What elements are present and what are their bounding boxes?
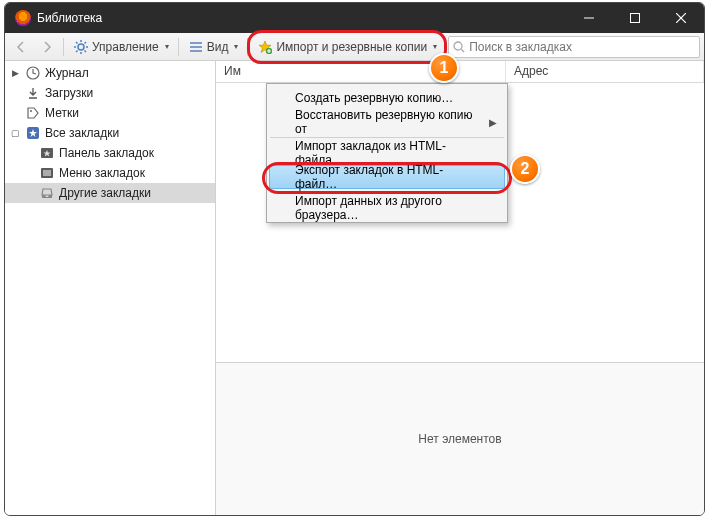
sidebar: ▶Журнал Загрузки Метки ▢Все закладки Пан…	[5, 61, 216, 515]
menu-separator	[270, 192, 504, 193]
chevron-down-icon: ▾	[165, 42, 169, 51]
window-title: Библиотека	[37, 11, 102, 25]
sidebar-item-downloads[interactable]: Загрузки	[5, 83, 215, 103]
sidebar-item-label: Журнал	[45, 66, 89, 80]
list-icon	[188, 39, 204, 55]
sidebar-item-toolbar-bookmarks[interactable]: Панель закладок	[5, 143, 215, 163]
menu-item-export-html[interactable]: Экспорт закладок в HTML-файл…	[269, 165, 505, 189]
expand-icon[interactable]: ▶	[9, 68, 21, 78]
svg-line-9	[76, 42, 78, 44]
column-name[interactable]: Им	[216, 61, 506, 82]
sidebar-item-other-bookmarks[interactable]: Другие закладки	[5, 183, 215, 203]
submenu-arrow-icon: ▶	[489, 117, 497, 128]
sidebar-item-label: Другие закладки	[59, 186, 151, 200]
svg-line-12	[76, 50, 78, 52]
toolbar: Управление▾ Вид▾ Импорт и резервные копи…	[5, 33, 704, 61]
back-button[interactable]	[9, 36, 33, 58]
menu-bookmarks-icon	[39, 165, 55, 181]
view-label: Вид	[207, 40, 229, 54]
view-button[interactable]: Вид▾	[183, 36, 244, 58]
svg-rect-1	[631, 14, 640, 23]
svg-line-10	[85, 50, 87, 52]
svg-point-4	[78, 44, 84, 50]
chevron-down-icon: ▾	[433, 42, 437, 51]
empty-label: Нет элементов	[418, 432, 501, 446]
gear-icon	[73, 39, 89, 55]
sidebar-item-label: Загрузки	[45, 86, 93, 100]
sidebar-item-label: Меню закладок	[59, 166, 145, 180]
column-address[interactable]: Адрес	[506, 61, 704, 82]
import-backup-button[interactable]: Импорт и резервные копии▾	[252, 36, 442, 58]
manage-button[interactable]: Управление▾	[68, 36, 174, 58]
sidebar-item-history[interactable]: ▶Журнал	[5, 63, 215, 83]
manage-label: Управление	[92, 40, 159, 54]
download-icon	[25, 85, 41, 101]
search-field[interactable]	[448, 36, 700, 58]
import-backup-menu: Создать резервную копию… Восстановить ре…	[266, 83, 508, 223]
star-icon	[25, 125, 41, 141]
bookmark-list: Создать резервную копию… Восстановить ре…	[216, 83, 704, 363]
inbox-icon	[39, 185, 55, 201]
menu-item-create-backup[interactable]: Создать резервную копию…	[269, 86, 505, 110]
details-pane: Нет элементов	[216, 363, 704, 515]
toolbar-icon	[39, 145, 55, 161]
menu-item-import-browser[interactable]: Импорт данных из другого браузера…	[269, 196, 505, 220]
close-button[interactable]	[658, 3, 704, 33]
clock-icon	[25, 65, 41, 81]
sidebar-item-menu-bookmarks[interactable]: Меню закладок	[5, 163, 215, 183]
firefox-icon	[15, 10, 31, 26]
collapse-icon[interactable]: ▢	[9, 128, 21, 138]
annotation-badge-1: 1	[429, 53, 459, 83]
svg-point-18	[454, 42, 462, 50]
minimize-button[interactable]	[566, 3, 612, 33]
svg-point-22	[30, 110, 32, 112]
titlebar: Библиотека	[5, 3, 704, 33]
main-area: ▶Журнал Загрузки Метки ▢Все закладки Пан…	[5, 61, 704, 515]
menu-item-import-html[interactable]: Импорт закладок из HTML-файла…	[269, 141, 505, 165]
svg-line-19	[461, 49, 464, 52]
sidebar-item-label: Все закладки	[45, 126, 119, 140]
annotation-badge-2: 2	[510, 154, 540, 184]
tag-icon	[25, 105, 41, 121]
menu-item-restore-backup[interactable]: Восстановить резервную копию от▶	[269, 110, 505, 134]
import-backup-label: Импорт и резервные копии	[276, 40, 427, 54]
search-icon	[453, 41, 465, 53]
sidebar-item-all-bookmarks[interactable]: ▢Все закладки	[5, 123, 215, 143]
content-pane: Им Адрес Создать резервную копию… Восста…	[216, 61, 704, 515]
maximize-button[interactable]	[612, 3, 658, 33]
chevron-down-icon: ▾	[234, 42, 238, 51]
sidebar-item-label: Панель закладок	[59, 146, 154, 160]
search-input[interactable]	[469, 40, 695, 54]
sidebar-item-tags[interactable]: Метки	[5, 103, 215, 123]
svg-line-11	[85, 42, 87, 44]
star-import-icon	[257, 39, 273, 55]
column-header: Им Адрес	[216, 61, 704, 83]
menu-separator	[270, 137, 504, 138]
sidebar-item-label: Метки	[45, 106, 79, 120]
forward-button[interactable]	[35, 36, 59, 58]
